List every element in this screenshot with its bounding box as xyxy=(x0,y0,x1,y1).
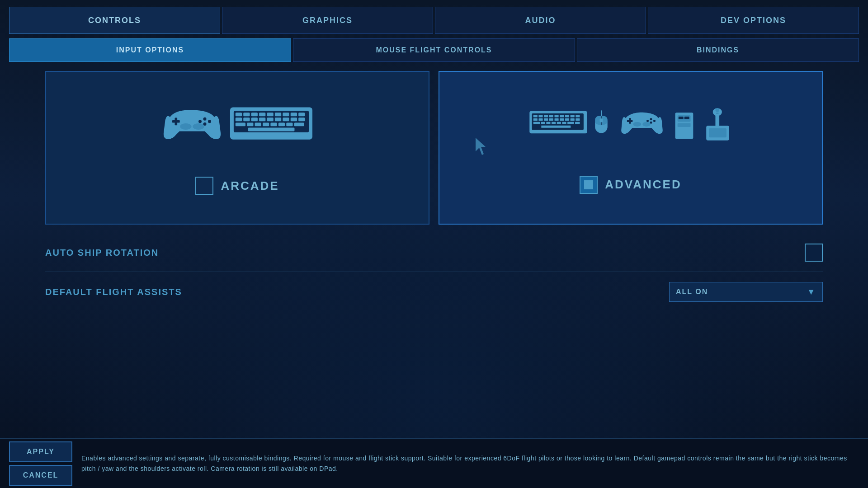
svg-rect-40 xyxy=(538,115,542,117)
svg-rect-62 xyxy=(562,122,566,124)
description-text: Enables advanced settings and separate, … xyxy=(81,453,859,474)
svg-rect-15 xyxy=(275,113,281,116)
advanced-label: ADVANCED xyxy=(605,178,681,192)
svg-rect-85 xyxy=(709,128,726,137)
svg-point-3 xyxy=(208,120,211,123)
svg-rect-82 xyxy=(684,117,689,119)
svg-rect-25 xyxy=(283,117,289,121)
cancel-button[interactable]: CANCEL xyxy=(9,465,72,486)
sub-tabs: INPUT OPTIONS MOUSE FLIGHT CONTROLS BIND… xyxy=(9,38,859,62)
svg-rect-28 xyxy=(236,122,245,126)
svg-rect-19 xyxy=(236,117,242,121)
svg-rect-46 xyxy=(571,115,575,117)
svg-rect-17 xyxy=(291,113,297,116)
action-buttons: APPLY CANCEL xyxy=(9,441,72,486)
tab-graphics[interactable]: GRAPHICS xyxy=(222,7,433,34)
svg-point-4 xyxy=(198,120,202,123)
svg-rect-33 xyxy=(278,122,285,126)
svg-rect-45 xyxy=(565,115,569,117)
svg-rect-44 xyxy=(560,115,564,117)
arcade-card[interactable]: ARCADE xyxy=(45,71,429,225)
subtab-input-options[interactable]: INPUT OPTIONS xyxy=(9,38,291,62)
svg-rect-1 xyxy=(172,120,180,123)
svg-rect-24 xyxy=(275,117,281,121)
svg-rect-51 xyxy=(549,118,553,121)
advanced-gamepad-icon xyxy=(619,105,665,139)
svg-rect-11 xyxy=(243,113,250,116)
svg-point-74 xyxy=(653,120,656,122)
default-flight-assists-row: DEFAULT FLIGHT ASSISTS ALL ON ▼ xyxy=(45,272,823,312)
svg-marker-90 xyxy=(476,138,486,155)
cursor-icon xyxy=(476,138,489,158)
advanced-label-row: ADVANCED xyxy=(580,176,681,194)
subtab-mouse-flight[interactable]: MOUSE FLIGHT CONTROLS xyxy=(293,38,575,62)
svg-rect-39 xyxy=(533,115,538,117)
auto-ship-rotation-label: AUTO SHIP ROTATION xyxy=(45,248,159,258)
bottom-bar: APPLY CANCEL Enables advanced settings a… xyxy=(0,438,868,488)
default-flight-assists-dropdown[interactable]: ALL ON ▼ xyxy=(669,282,823,302)
svg-rect-59 xyxy=(546,122,550,124)
svg-rect-13 xyxy=(259,113,265,116)
svg-point-7 xyxy=(193,123,204,130)
tab-audio[interactable]: AUDIO xyxy=(435,7,646,34)
arcade-label: ARCADE xyxy=(221,179,279,193)
svg-rect-12 xyxy=(251,113,258,116)
svg-rect-10 xyxy=(236,113,242,116)
advanced-checkbox[interactable] xyxy=(580,176,598,194)
svg-rect-69 xyxy=(600,118,603,122)
subtab-bindings[interactable]: BINDINGS xyxy=(577,38,859,62)
main-container: CONTROLS GRAPHICS AUDIO DEV OPTIONS INPU… xyxy=(0,0,868,488)
svg-rect-34 xyxy=(286,122,292,126)
svg-rect-64 xyxy=(575,122,580,124)
svg-rect-18 xyxy=(298,113,305,116)
svg-rect-50 xyxy=(544,118,548,121)
svg-rect-81 xyxy=(679,117,684,119)
svg-rect-89 xyxy=(716,113,719,114)
svg-rect-32 xyxy=(270,122,277,126)
svg-point-76 xyxy=(650,122,652,124)
svg-rect-43 xyxy=(555,115,559,117)
svg-rect-65 xyxy=(541,126,571,128)
svg-rect-53 xyxy=(560,118,564,121)
advanced-keyboard-icon xyxy=(529,110,588,135)
svg-point-6 xyxy=(180,123,191,130)
settings-section: AUTO SHIP ROTATION DEFAULT FLIGHT ASSIST… xyxy=(45,234,823,312)
apply-button[interactable]: APPLY xyxy=(9,441,72,462)
arcade-keyboard-icon xyxy=(228,105,314,141)
svg-point-73 xyxy=(650,118,652,120)
auto-ship-rotation-toggle[interactable] xyxy=(805,244,823,262)
svg-rect-35 xyxy=(294,122,304,126)
arcade-checkbox[interactable] xyxy=(195,177,213,195)
svg-rect-61 xyxy=(557,122,561,124)
svg-rect-63 xyxy=(567,122,574,124)
svg-rect-20 xyxy=(243,117,250,121)
svg-rect-58 xyxy=(541,122,545,124)
svg-point-88 xyxy=(715,108,719,112)
svg-point-77 xyxy=(633,122,642,127)
svg-point-78 xyxy=(642,122,651,127)
advanced-icons xyxy=(529,102,732,143)
svg-rect-49 xyxy=(538,118,542,121)
svg-rect-56 xyxy=(576,118,580,121)
svg-rect-31 xyxy=(263,122,269,126)
svg-rect-54 xyxy=(565,118,569,121)
svg-rect-55 xyxy=(571,118,575,121)
tab-controls[interactable]: CONTROLS xyxy=(9,7,220,34)
svg-rect-42 xyxy=(549,115,553,117)
advanced-mouse-icon xyxy=(592,110,610,135)
dropdown-arrow-icon: ▼ xyxy=(807,287,816,297)
svg-rect-30 xyxy=(255,122,261,126)
svg-point-2 xyxy=(203,117,207,121)
content-area: ARCADE xyxy=(9,66,859,434)
svg-rect-27 xyxy=(298,117,305,121)
mode-cards: ARCADE xyxy=(45,71,823,225)
advanced-card[interactable]: ADVANCED xyxy=(439,71,823,225)
advanced-joystick-icon xyxy=(674,102,732,143)
svg-rect-21 xyxy=(251,117,258,121)
svg-rect-41 xyxy=(544,115,548,117)
svg-rect-22 xyxy=(259,117,265,121)
tab-dev-options[interactable]: DEV OPTIONS xyxy=(648,7,859,34)
svg-point-5 xyxy=(203,122,207,126)
svg-rect-48 xyxy=(533,118,538,121)
svg-rect-23 xyxy=(267,117,274,121)
